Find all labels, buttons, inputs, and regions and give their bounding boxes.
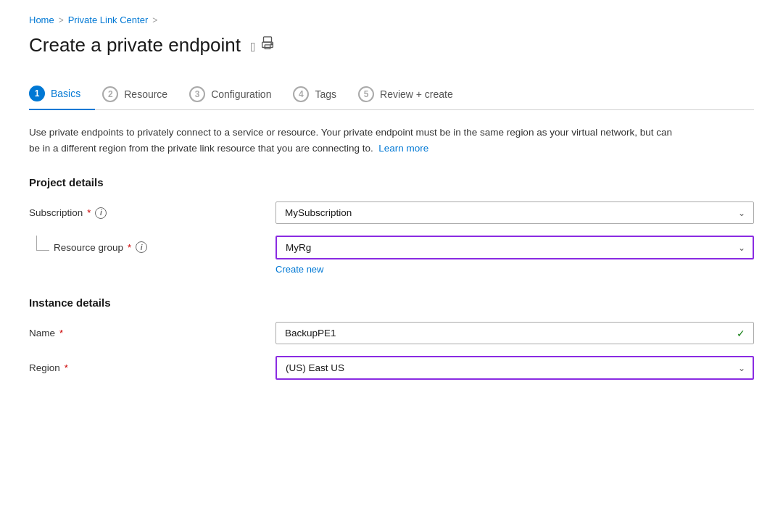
tab-basics-label: Basics (51, 88, 80, 99)
resource-group-select[interactable]: MyRg (276, 236, 754, 259)
tab-tags-num: 4 (293, 86, 309, 102)
breadcrumb-home[interactable]: Home (29, 14, 54, 25)
region-select[interactable]: (US) East US (276, 356, 754, 380)
indent-lines (29, 236, 49, 251)
printer-icon (260, 36, 276, 51)
tab-review-num: 5 (358, 86, 374, 102)
tab-tags[interactable]: 4 Tags (293, 79, 351, 109)
subscription-info-icon[interactable]: i (95, 207, 107, 219)
tabs-container: 1 Basics 2 Resource 3 Configuration 4 Ta… (29, 78, 754, 110)
resource-group-select-wrapper: MyRg ⌄ (276, 236, 754, 259)
svg-point-3 (270, 43, 272, 45)
resource-group-info-icon[interactable]: i (136, 241, 147, 253)
print-icon[interactable]:  (251, 36, 276, 55)
resource-group-label: Resource group * i (49, 236, 147, 253)
name-input[interactable] (276, 322, 754, 344)
name-check-icon: ✓ (737, 328, 745, 339)
instance-details-title: Instance details (29, 296, 754, 309)
resource-group-container: Resource group * i MyRg ⌄ Create new (29, 236, 754, 275)
tab-configuration-num: 3 (189, 86, 205, 102)
breadcrumb-sep-1: > (59, 15, 64, 25)
breadcrumb-sep-2: > (152, 15, 157, 25)
vertical-line (36, 236, 37, 250)
instance-details-section: Instance details Name * ✓ Region * (29, 296, 754, 380)
page-header: Create a private endpoint  (29, 34, 754, 57)
learn-more-link[interactable]: Learn more (378, 143, 428, 154)
create-new-link[interactable]: Create new (276, 264, 323, 275)
breadcrumb-private-link[interactable]: Private Link Center (68, 14, 149, 25)
subscription-row: Subscription * i MySubscription ⌄ (29, 201, 754, 224)
region-select-wrapper: (US) East US ⌄ (276, 356, 754, 380)
name-row: Name * ✓ (29, 322, 754, 344)
name-label: Name * (29, 328, 276, 338)
hline-container (36, 250, 49, 251)
tab-resource-label: Resource (124, 88, 167, 100)
horizontal-line (36, 250, 49, 251)
svg-rect-2 (265, 45, 270, 49)
tab-resource-num: 2 (102, 86, 118, 102)
tab-review-create[interactable]: 5 Review + create (358, 79, 468, 109)
region-label: Region * (29, 362, 276, 373)
region-row: Region * (US) East US ⌄ (29, 356, 754, 380)
tab-tags-label: Tags (315, 88, 336, 100)
tab-configuration-label: Configuration (211, 88, 271, 100)
tab-basics-num: 1 (29, 86, 45, 101)
description-text: Use private endpoints to privately conne… (29, 125, 682, 156)
region-required: * (65, 362, 68, 373)
project-details-section: Project details Subscription * i MySubsc… (29, 176, 754, 275)
name-input-wrapper: ✓ (276, 322, 754, 344)
page-title: Create a private endpoint (29, 34, 241, 57)
subscription-required: * (87, 207, 91, 218)
project-details-title: Project details (29, 176, 754, 188)
subscription-select[interactable]: MySubscription (276, 201, 754, 224)
tab-basics[interactable]: 1 Basics (29, 78, 95, 110)
resource-group-control: MyRg ⌄ Create new (276, 236, 754, 275)
breadcrumb: Home > Private Link Center > (29, 14, 754, 25)
tab-review-label: Review + create (380, 88, 453, 100)
subscription-label: Subscription * i (29, 207, 276, 219)
resource-group-required: * (128, 242, 131, 253)
tab-resource[interactable]: 2 Resource (102, 79, 182, 109)
svg-rect-0 (263, 37, 271, 42)
name-required: * (59, 328, 63, 338)
subscription-select-wrapper: MySubscription ⌄ (276, 201, 754, 224)
tab-configuration[interactable]: 3 Configuration (189, 79, 286, 109)
